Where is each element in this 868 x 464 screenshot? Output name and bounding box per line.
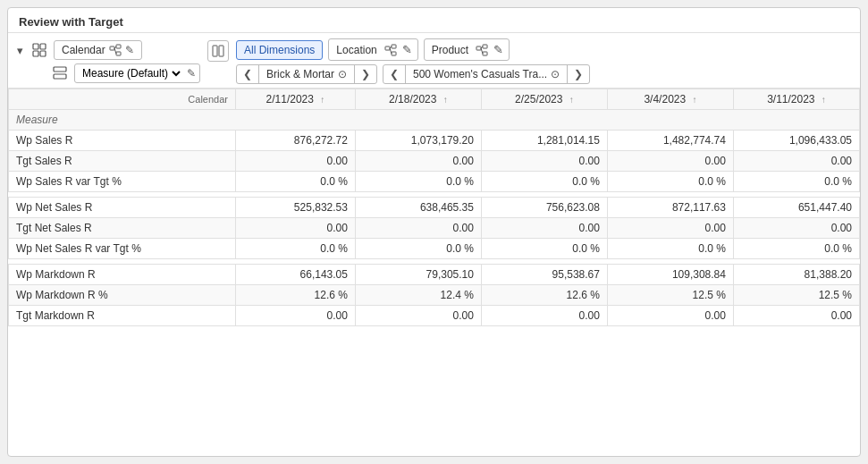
cell-value: 638,465.35 <box>355 198 481 218</box>
svg-rect-19 <box>483 45 487 48</box>
calendar-button[interactable]: Calendar ✎ <box>54 40 142 60</box>
svg-rect-13 <box>385 46 390 50</box>
cell-value: 0.0 % <box>607 239 733 259</box>
svg-rect-18 <box>476 46 481 50</box>
table-row: Wp Sales R876,272.721,073,179.201,281,01… <box>9 131 860 151</box>
col-header-date1: 2/11/2023 ↑ <box>235 89 355 110</box>
measure-select-wrap[interactable]: Measure (Default) ✎ <box>74 63 200 83</box>
cell-value: 651,447.40 <box>733 198 859 218</box>
cell-value: 0.00 <box>607 151 733 172</box>
edit-icon: ✎ <box>125 44 134 56</box>
svg-rect-2 <box>33 51 38 56</box>
product-edit-button[interactable]: ✎ <box>492 41 505 58</box>
cell-value: 0.0 % <box>481 172 607 192</box>
col-header-date4: 3/4/2023 ↑ <box>607 89 733 110</box>
collapse-button[interactable]: ▾ <box>15 42 25 59</box>
col-header-calendar: Calendar <box>9 89 236 110</box>
cell-value: 81,388.20 <box>733 265 859 285</box>
brick-mortar-next[interactable]: ❯ <box>355 65 376 83</box>
product-nav-label: 500 Women's Casuals Tra... <box>413 68 547 80</box>
cell-value: 12.6 % <box>235 285 355 306</box>
cell-value: 0.0 % <box>355 239 481 259</box>
cell-value: 1,482,774.74 <box>607 131 733 151</box>
cell-value: 0.00 <box>235 218 355 239</box>
product-prev[interactable]: ❮ <box>383 65 405 83</box>
cell-value: 95,538.67 <box>481 265 607 285</box>
row-label: Wp Markdown R <box>9 265 236 285</box>
cell-value: 0.00 <box>481 218 607 239</box>
row-label: Wp Markdown R % <box>9 285 236 306</box>
row-label: Tgt Sales R <box>9 151 236 172</box>
col-header-date5: 3/11/2023 ↑ <box>733 89 859 110</box>
location-edit-button[interactable]: ✎ <box>400 41 414 58</box>
svg-rect-9 <box>54 67 66 72</box>
product-label: Product <box>428 44 472 56</box>
cell-value: 0.00 <box>355 151 481 172</box>
layout-button[interactable] <box>30 41 48 59</box>
calendar-label: Calendar <box>62 44 105 56</box>
hierarchy-icon <box>109 44 122 56</box>
table-row: Wp Markdown R66,143.0579,305.1095,538.67… <box>9 265 860 285</box>
target-icon: ⊙ <box>338 68 347 80</box>
measure-select[interactable]: Measure (Default) <box>79 66 183 80</box>
all-dimensions-button[interactable]: All Dimensions <box>236 40 323 60</box>
row-label: Tgt Markdown R <box>9 306 236 326</box>
cell-value: 0.0 % <box>235 239 355 259</box>
row-label: Wp Sales R <box>9 131 236 151</box>
svg-rect-3 <box>40 51 46 56</box>
all-dimensions-label: All Dimensions <box>244 44 315 56</box>
data-table: Calendar 2/11/2023 ↑ 2/18/2023 ↑ 2/25/20… <box>8 89 860 326</box>
brick-mortar-nav: ❮ Brick & Mortar ⊙ ❯ <box>236 64 377 84</box>
cell-value: 0.00 <box>607 306 733 326</box>
svg-rect-10 <box>54 74 66 79</box>
svg-line-22 <box>481 48 483 54</box>
cell-value: 756,623.08 <box>481 198 607 218</box>
table-row: Wp Net Sales R525,832.53638,465.35756,62… <box>9 198 860 218</box>
cell-value: 109,308.84 <box>607 265 733 285</box>
cell-value: 12.5 % <box>733 285 859 306</box>
edit2-icon: ✎ <box>187 67 196 80</box>
svg-rect-1 <box>40 44 46 49</box>
cell-value: 0.00 <box>481 151 607 172</box>
cell-value: 12.4 % <box>355 285 481 306</box>
cell-value: 0.0 % <box>733 239 859 259</box>
location-filter: Location ✎ <box>328 38 417 61</box>
location-hierarchy-icon <box>384 44 397 56</box>
svg-rect-20 <box>483 52 487 55</box>
product-next[interactable]: ❯ <box>568 65 589 83</box>
cell-value: 1,281,014.15 <box>481 131 607 151</box>
cell-value: 525,832.53 <box>235 198 355 218</box>
svg-rect-5 <box>116 45 121 48</box>
cell-value: 0.00 <box>235 151 355 172</box>
cell-value: 12.6 % <box>481 285 607 306</box>
cell-value: 0.0 % <box>355 172 481 192</box>
product-nav: ❮ 500 Women's Casuals Tra... ⊙ ❯ <box>383 64 590 84</box>
svg-rect-15 <box>392 52 396 55</box>
table-container: Calendar 2/11/2023 ↑ 2/18/2023 ↑ 2/25/20… <box>8 89 860 456</box>
layout2-button[interactable] <box>51 64 69 82</box>
cell-value: 876,272.72 <box>235 131 355 151</box>
cell-value: 0.0 % <box>607 172 733 192</box>
brick-mortar-label-wrap: Brick & Mortar ⊙ <box>258 65 355 83</box>
brick-mortar-prev[interactable]: ❮ <box>237 65 258 83</box>
row-label: Wp Net Sales R var Tgt % <box>9 239 236 259</box>
cell-value: 12.5 % <box>607 285 733 306</box>
table-row: Wp Net Sales R var Tgt %0.0 %0.0 %0.0 %0… <box>9 239 860 259</box>
cell-value: 0.00 <box>355 218 481 239</box>
cell-value: 0.00 <box>733 218 859 239</box>
row-label: Wp Net Sales R <box>9 198 236 218</box>
row-label: Tgt Net Sales R <box>9 218 236 239</box>
center-layout-button[interactable] <box>207 40 229 62</box>
table-row: Tgt Markdown R0.000.000.000.000.00 <box>9 306 860 326</box>
cell-value: 0.00 <box>733 306 859 326</box>
svg-line-8 <box>114 48 116 54</box>
product-nav-label-wrap: 500 Women's Casuals Tra... ⊙ <box>405 65 568 83</box>
cell-value: 1,096,433.05 <box>733 131 859 151</box>
svg-rect-11 <box>213 46 217 56</box>
row-label: Wp Sales R var Tgt % <box>9 172 236 192</box>
col-header-date2: 2/18/2023 ↑ <box>355 89 481 110</box>
product-filter: Product ✎ <box>424 38 510 61</box>
cell-value: 872,117.63 <box>607 198 733 218</box>
product-hierarchy-icon <box>476 44 488 56</box>
cell-value: 1,073,179.20 <box>355 131 481 151</box>
